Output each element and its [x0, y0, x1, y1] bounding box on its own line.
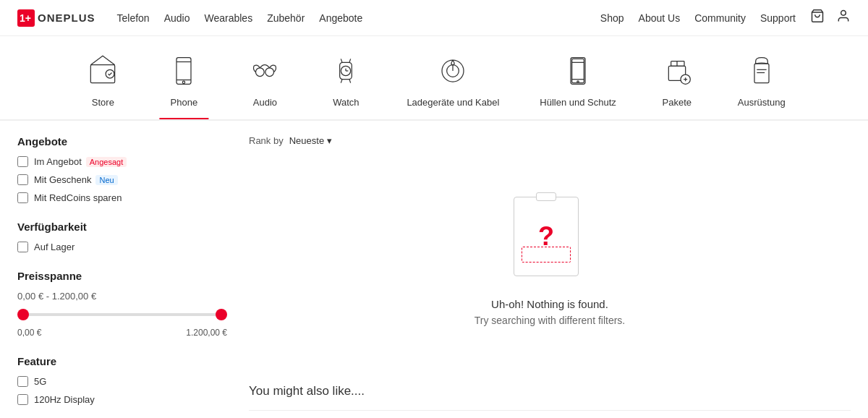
main-nav: Telefon Audio Wearables Zubehör Angebote: [117, 12, 600, 24]
svg-point-3: [841, 11, 846, 16]
filter-auf-lager-label: Auf Lager: [34, 242, 75, 252]
filter-redcoins-label: Mit RedCoins sparen: [34, 192, 122, 203]
nav-telefon[interactable]: Telefon: [117, 12, 150, 24]
cat-phone-label: Phone: [171, 97, 198, 108]
store-icon: [82, 51, 123, 91]
filter-5g: 5G: [17, 376, 227, 387]
nav-about-us[interactable]: About Us: [639, 12, 681, 24]
empty-title: Uh-oh! Nothing is found.: [491, 298, 608, 310]
sidebar: Angebote Im Angebot Angesagt Mit Geschen…: [17, 135, 249, 418]
ladekabel-icon: [433, 51, 473, 91]
svg-rect-23: [571, 58, 585, 85]
range-track: [22, 313, 223, 316]
cat-watch-label: Watch: [333, 97, 359, 108]
svg-point-11: [265, 68, 274, 77]
main-layout: Angebote Im Angebot Angesagt Mit Geschen…: [0, 121, 868, 418]
nav-shop[interactable]: Shop: [600, 12, 624, 24]
watch-icon: [326, 51, 366, 91]
filter-auf-lager: Auf Lager: [17, 242, 227, 252]
range-labels: 0,00 € 1.200,00 €: [17, 328, 227, 338]
audio-icon: [244, 51, 285, 91]
empty-subtitle: Try searching with different filters.: [475, 315, 626, 326]
cat-ausrüstung[interactable]: Ausrüstung: [718, 51, 806, 119]
cat-audio-label: Audio: [253, 97, 277, 108]
range-min-label: 0,00 €: [17, 328, 41, 338]
filter-mit-geschenk-label: Mit Geschenk Neu: [34, 174, 118, 185]
nav-wearables[interactable]: Wearables: [204, 12, 252, 24]
cat-watch[interactable]: Watch: [305, 51, 386, 119]
pakete-icon: [657, 51, 697, 91]
right-nav: Shop About Us Community Support: [600, 9, 851, 27]
cat-pakete[interactable]: Pakete: [637, 51, 718, 119]
cat-ausrüstung-label: Ausrüstung: [738, 97, 786, 108]
angesagt-badge: Angesagt: [86, 157, 127, 167]
nav-zubehör[interactable]: Zubehör: [267, 12, 305, 24]
also-like-divider: [249, 410, 851, 411]
cat-ladekabel-label: Ladegeräte und Kabel: [407, 97, 499, 108]
filter-5g-checkbox[interactable]: [17, 376, 28, 387]
rank-bar: Rank by Neueste ▾: [249, 135, 851, 146]
dashed-rect: [522, 247, 571, 263]
also-like-title: You might also like....: [249, 384, 851, 398]
filter-120hz-checkbox[interactable]: [17, 394, 28, 405]
filter-mit-geschenk-checkbox[interactable]: [17, 174, 28, 185]
range-min-handle[interactable]: [17, 309, 29, 320]
range-max-handle[interactable]: [216, 309, 227, 320]
content-area: Rank by Neueste ▾ ? Uh-oh! Nothing is fo…: [249, 135, 851, 418]
svg-line-13: [341, 59, 343, 62]
category-bar: Store Phone Audio: [0, 36, 868, 120]
range-max-label: 1.200,00 €: [186, 328, 227, 338]
clipboard-clip: [536, 192, 556, 201]
verfügbarkeit-filter: Verfügbarkeit Auf Lager: [17, 221, 227, 252]
oneplus-logo-icon: 1+: [17, 9, 35, 27]
logo[interactable]: 1+ ONEPLUS: [17, 9, 95, 27]
nav-audio[interactable]: Audio: [164, 12, 190, 24]
filter-redcoins: Mit RedCoins sparen: [17, 192, 227, 203]
filter-im-angebot: Im Angebot Angesagt: [17, 156, 227, 167]
svg-point-27: [577, 81, 579, 83]
cat-phone[interactable]: Phone: [143, 51, 224, 119]
svg-line-16: [349, 80, 351, 83]
svg-point-9: [183, 81, 185, 83]
brand-name: ONEPLUS: [38, 12, 95, 24]
cat-audio[interactable]: Audio: [224, 51, 305, 119]
filter-120hz: 120Hz Display: [17, 394, 227, 405]
svg-line-15: [341, 80, 343, 83]
account-icon[interactable]: [836, 9, 851, 27]
empty-state: ? Uh-oh! Nothing is found. Try searching…: [249, 168, 851, 355]
hüllen-icon: [558, 51, 598, 91]
rank-select[interactable]: Neueste ▾: [289, 135, 332, 146]
angebote-filter: Angebote Im Angebot Angesagt Mit Geschen…: [17, 135, 227, 203]
price-slider[interactable]: [17, 313, 227, 316]
filter-im-angebot-checkbox[interactable]: [17, 156, 28, 167]
ausrüstung-icon: [741, 51, 782, 91]
filter-im-angebot-label: Im Angebot Angesagt: [34, 156, 127, 167]
filter-mit-geschenk: Mit Geschenk Neu: [17, 174, 227, 185]
neu-badge: Neu: [95, 175, 117, 185]
chevron-down-icon: ▾: [327, 135, 332, 146]
filter-5g-label: 5G: [34, 376, 46, 387]
filter-redcoins-checkbox[interactable]: [17, 192, 28, 203]
cat-ladekabel[interactable]: Ladegeräte und Kabel: [386, 51, 519, 119]
phone-icon: [163, 51, 204, 91]
cart-icon[interactable]: [810, 9, 825, 27]
cat-hüllen[interactable]: Hüllen und Schutz: [519, 51, 637, 119]
price-range-label: 0,00 € - 1.200,00 €: [17, 291, 227, 302]
svg-rect-34: [754, 64, 769, 83]
nav-support[interactable]: Support: [760, 12, 796, 24]
filter-auf-lager-checkbox[interactable]: [17, 242, 28, 252]
clipboard-body: ?: [514, 197, 579, 276]
svg-point-10: [256, 68, 265, 77]
nav-angebote[interactable]: Angebote: [319, 12, 362, 24]
header-icons: [810, 9, 851, 27]
range-fill: [22, 313, 223, 316]
header: 1+ ONEPLUS Telefon Audio Wearables Zubeh…: [0, 0, 868, 36]
verfügbarkeit-title: Verfügbarkeit: [17, 221, 227, 233]
also-like-section: You might also like....: [249, 384, 851, 411]
cat-store[interactable]: Store: [62, 51, 143, 119]
nav-community[interactable]: Community: [694, 12, 746, 24]
svg-text:1+: 1+: [20, 12, 31, 24]
angebote-title: Angebote: [17, 135, 227, 148]
empty-state-illustration: ?: [514, 197, 586, 283]
price-title: Preisspanne: [17, 270, 227, 282]
